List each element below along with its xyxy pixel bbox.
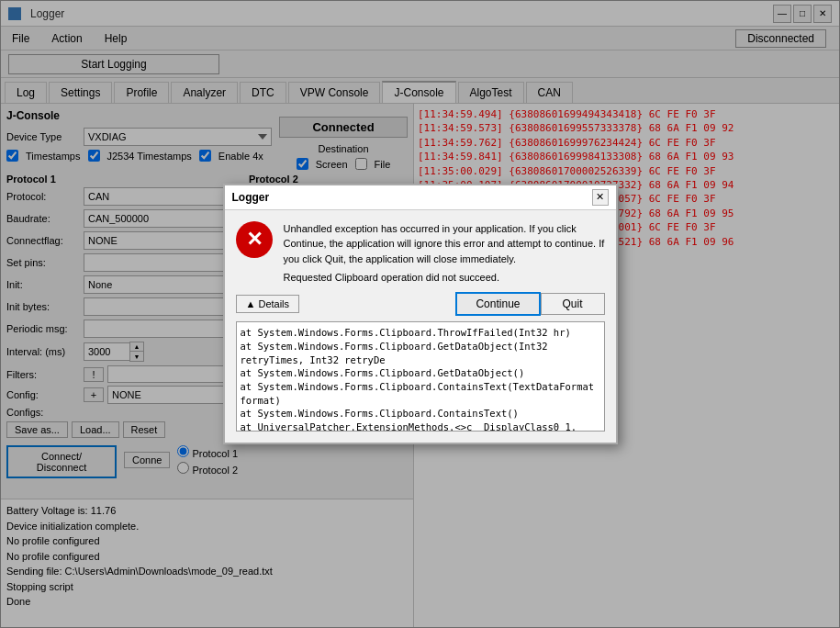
error-modal: Logger ✕ ✕ Unhandled exception has occur… (223, 184, 618, 445)
detail-line-0: at System.Windows.Forms.Clipboard.ThrowI… (241, 326, 600, 340)
details-label: ▲ Details (246, 298, 290, 309)
detail-line-2: at System.Windows.Forms.Clipboard.GetDat… (241, 366, 600, 380)
detail-line-4: at System.Windows.Forms.Clipboard.Contai… (241, 407, 600, 421)
modal-close-button[interactable]: ✕ (592, 189, 609, 206)
modal-message: Unhandled exception has occurred in your… (284, 221, 605, 267)
modal-overlay: Logger ✕ ✕ Unhandled exception has occur… (0, 0, 840, 628)
details-button[interactable]: ▲ Details (236, 295, 300, 313)
error-icon: ✕ (236, 221, 273, 258)
quit-button[interactable]: Quit (541, 293, 605, 315)
detail-line-5: at UniversalPatcher.ExtensionMethods.<>c… (241, 421, 600, 432)
detail-line-1: at System.Windows.Forms.Clipboard.GetDat… (241, 340, 600, 366)
details-bar: ▲ Details Continue Quit (236, 292, 605, 316)
modal-icon-row: ✕ Unhandled exception has occurred in yo… (236, 221, 605, 284)
details-text-area[interactable]: at System.Windows.Forms.Clipboard.ThrowI… (236, 321, 605, 432)
detail-line-3: at System.Windows.Forms.Clipboard.Contai… (241, 380, 600, 407)
continue-button[interactable]: Continue (455, 292, 540, 316)
modal-body: ✕ Unhandled exception has occurred in yo… (225, 210, 616, 443)
modal-title-bar: Logger ✕ (225, 185, 616, 210)
modal-message-area: Unhandled exception has occurred in your… (284, 221, 605, 284)
modal-sub-message: Requested Clipboard operation did not su… (284, 272, 605, 283)
modal-title: Logger (232, 191, 270, 204)
